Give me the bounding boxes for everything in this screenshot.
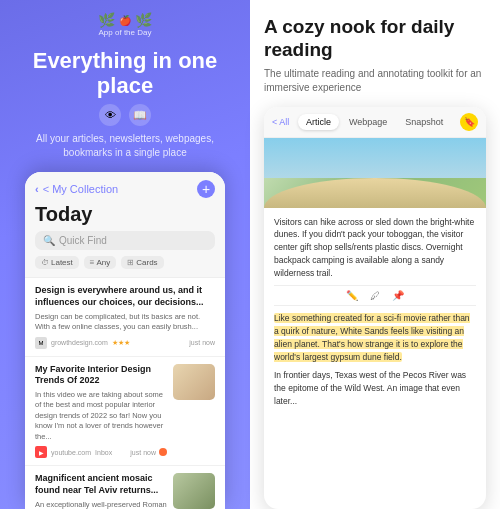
- article-reading-area[interactable]: Visitors can hike across or sled down th…: [264, 208, 486, 509]
- reading-highlighted-text: Like something created for a sci-fi movi…: [274, 312, 476, 363]
- article-3-thumbnail: [173, 473, 215, 509]
- article-3-text: Magnificent ancient mosaic found near Te…: [35, 473, 167, 509]
- search-icon: 🔍: [43, 235, 55, 246]
- article-hero-image: [264, 138, 486, 208]
- article-1-source: M growthdesign.com ★★★: [35, 337, 130, 349]
- reading-toolbar: ✏️ 🖊 📌: [274, 285, 476, 306]
- article-2-row: My Favorite Interior Design Trends Of 20…: [35, 364, 215, 459]
- filter-latest[interactable]: ⏱ Latest: [35, 256, 79, 269]
- article-2-inbox: Inbox: [95, 449, 112, 456]
- phone-add-button[interactable]: +: [197, 180, 215, 198]
- eye-emoji: 👁: [99, 104, 121, 126]
- article-1-stars: ★★★: [112, 339, 130, 347]
- article-card-2[interactable]: My Favorite Interior Design Trends Of 20…: [25, 357, 225, 467]
- right-panel-subtitle: The ultimate reading and annotating tool…: [264, 67, 486, 95]
- app-of-day-badge: 🌿 🍎 🌿 App of the Day: [98, 12, 152, 38]
- article-1-source-text: growthdesign.com: [51, 339, 108, 346]
- book-emoji: 📖: [129, 104, 151, 126]
- dunes-area: [264, 178, 486, 208]
- article-2-text: My Favorite Interior Design Trends Of 20…: [35, 364, 167, 459]
- phone-filters: ⏱ Latest ≡ Any ⊞ Cards: [35, 256, 215, 269]
- article-2-source: ▶ youtube.com Inbox: [35, 446, 112, 458]
- article-1-time: just now: [189, 339, 215, 346]
- article-2-unread-badge: [159, 448, 167, 456]
- inner-phone-toolbar: < All Article Webpage Snapshot 🔖: [264, 107, 486, 138]
- left-panel-title: Everything in one place: [16, 48, 234, 99]
- filter-cards[interactable]: ⊞ Cards: [121, 256, 163, 269]
- tab-article[interactable]: Article: [298, 114, 339, 130]
- annotate-tool[interactable]: 🖊: [370, 290, 380, 301]
- phone-nav-title: < My Collection: [43, 183, 197, 195]
- right-panel: A cozy nook for daily reading The ultima…: [250, 0, 500, 509]
- latest-icon: ⏱: [41, 258, 49, 267]
- cards-icon: ⊞: [127, 258, 134, 267]
- article-2-title: My Favorite Interior Design Trends Of 20…: [35, 364, 167, 387]
- phone-articles-list: Design is everywhere around us, and it i…: [25, 278, 225, 509]
- any-icon: ≡: [90, 258, 95, 267]
- article-2-source-text: youtube.com: [51, 449, 91, 456]
- sky-area: [264, 138, 486, 178]
- article-3-title: Magnificent ancient mosaic found near Te…: [35, 473, 167, 496]
- article-card-3[interactable]: Magnificent ancient mosaic found near Te…: [25, 466, 225, 509]
- inner-tab-group: Article Webpage Snapshot: [293, 114, 456, 130]
- left-panel-subtitle: All your articles, newsletters, webpages…: [16, 132, 234, 160]
- article-2-meta: ▶ youtube.com Inbox just now: [35, 446, 167, 458]
- filter-latest-label: Latest: [51, 258, 73, 267]
- phone-nav: ‹ < My Collection +: [35, 180, 215, 198]
- right-panel-title: A cozy nook for daily reading: [264, 16, 486, 62]
- inner-back-button[interactable]: < All: [272, 117, 289, 127]
- reading-text-1: Visitors can hike across or sled down th…: [274, 216, 476, 280]
- phone-today-label: Today: [35, 203, 215, 226]
- filter-cards-label: Cards: [136, 258, 157, 267]
- tab-snapshot[interactable]: Snapshot: [397, 114, 451, 130]
- article-2-time: just now: [130, 449, 156, 456]
- bookmark-tool[interactable]: 📌: [392, 290, 404, 301]
- laurel-right-icon: 🌿: [135, 12, 152, 28]
- app-of-day-text: App of the Day: [99, 28, 152, 38]
- filter-any-label: Any: [96, 258, 110, 267]
- medium-icon: M: [35, 337, 47, 349]
- tab-webpage[interactable]: Webpage: [341, 114, 395, 130]
- apple-icon: 🍎: [119, 15, 131, 26]
- laurel-left-icon: 🌿: [98, 12, 115, 28]
- article-3-row: Magnificent ancient mosaic found near Te…: [35, 473, 215, 509]
- left-phone-mockup: ‹ < My Collection + Today 🔍 Quick Find ⏱…: [25, 172, 225, 509]
- highlight-span: Like something created for a sci-fi movi…: [274, 313, 470, 361]
- reading-text-2: In frontier days, Texas west of the Peco…: [274, 369, 476, 407]
- search-placeholder: Quick Find: [59, 235, 107, 246]
- article-2-desc: In this video we are taking about some o…: [35, 390, 167, 443]
- phone-search-bar[interactable]: 🔍 Quick Find: [35, 231, 215, 250]
- article-3-desc: An exceptionally well-preserved Roman fl…: [35, 500, 167, 509]
- article-1-meta: M growthdesign.com ★★★ just now: [35, 337, 215, 349]
- article-1-title: Design is everywhere around us, and it i…: [35, 285, 215, 308]
- right-phone-mockup: < All Article Webpage Snapshot 🔖 Visitor…: [264, 107, 486, 509]
- emoji-row: 👁 📖: [99, 104, 151, 126]
- article-2-thumbnail: [173, 364, 215, 400]
- phone-back-arrow[interactable]: ‹: [35, 183, 39, 195]
- left-panel: 🌿 🍎 🌿 App of the Day Everything in one p…: [0, 0, 250, 509]
- filter-any[interactable]: ≡ Any: [84, 256, 116, 269]
- article-1-desc: Design can be complicated, but its basic…: [35, 312, 215, 333]
- phone-header: ‹ < My Collection + Today 🔍 Quick Find ⏱…: [25, 172, 225, 278]
- article-card-1[interactable]: Design is everywhere around us, and it i…: [25, 278, 225, 356]
- youtube-icon: ▶: [35, 446, 47, 458]
- bookmark-button[interactable]: 🔖: [460, 113, 478, 131]
- highlight-tool[interactable]: ✏️: [346, 290, 358, 301]
